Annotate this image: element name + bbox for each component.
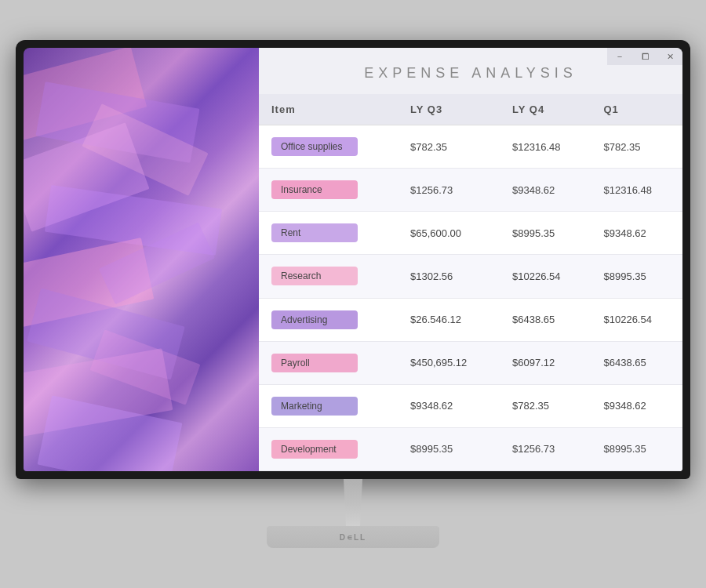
monitor-base: D∊LL xyxy=(267,526,439,548)
cell-lyq4: $9348.62 xyxy=(500,169,591,212)
cell-q1: $12316.48 xyxy=(591,169,682,212)
cell-lyq3: $65,600.00 xyxy=(398,212,500,255)
cell-q1: $8995.35 xyxy=(591,427,682,470)
col-header-item: Item xyxy=(259,94,398,125)
cell-item: Marketing xyxy=(259,384,398,427)
cell-q1: $8995.35 xyxy=(591,255,682,298)
cell-item: Payroll xyxy=(259,341,398,384)
item-label: Payroll xyxy=(271,354,358,372)
cell-q1: $10226.54 xyxy=(591,298,682,341)
monitor-bezel: − ⧠ ✕ xyxy=(24,48,682,471)
cell-q1: $782.35 xyxy=(591,125,682,169)
item-label: Insurance xyxy=(271,180,358,199)
cell-lyq4: $12316.48 xyxy=(500,125,591,169)
item-label: Advertising xyxy=(271,310,358,329)
cell-item: Development xyxy=(259,427,398,470)
cell-lyq4: $6438.65 xyxy=(500,298,591,341)
item-label: Research xyxy=(271,267,358,285)
cell-lyq4: $8995.35 xyxy=(500,212,591,255)
cell-lyq4: $1256.73 xyxy=(500,427,591,470)
table-row: Payroll$450,695.12$6097.12$6438.65 xyxy=(259,341,682,384)
monitor-wrapper: − ⧠ ✕ xyxy=(16,40,690,548)
col-header-lyq4: LY Q4 xyxy=(500,94,591,125)
cell-lyq4: $10226.54 xyxy=(500,255,591,298)
cell-q1: $9348.62 xyxy=(591,212,682,255)
monitor-neck xyxy=(329,479,377,526)
right-content: EXPENSE ANALYSIS Item LY Q3 LY Q4 Q1 xyxy=(259,48,682,471)
cell-lyq3: $26.546.12 xyxy=(398,298,500,341)
cell-item: Research xyxy=(259,255,398,298)
cell-lyq3: $1256.73 xyxy=(398,169,500,212)
table-row: Advertising$26.546.12$6438.65$10226.54 xyxy=(259,298,682,341)
cell-item: Advertising xyxy=(259,298,398,341)
cell-item: Insurance xyxy=(259,169,398,212)
table-row: Marketing$9348.62$782.35$9348.62 xyxy=(259,384,682,427)
decorative-background xyxy=(24,48,259,471)
item-label: Office supplies xyxy=(271,137,358,156)
cell-q1: $6438.65 xyxy=(591,341,682,384)
cell-lyq3: $9348.62 xyxy=(398,384,500,427)
cell-lyq3: $782.35 xyxy=(398,125,500,169)
item-label: Development xyxy=(271,440,358,459)
window-controls: − ⧠ ✕ xyxy=(607,48,682,65)
monitor-body: − ⧠ ✕ xyxy=(16,40,690,479)
table-row: Development$8995.35$1256.73$8995.35 xyxy=(259,427,682,470)
cell-lyq3: $1302.56 xyxy=(398,255,500,298)
cell-q1: $9348.62 xyxy=(591,384,682,427)
item-label: Rent xyxy=(271,223,358,242)
table-row: Office supplies$782.35$12316.48$782.35 xyxy=(259,125,682,169)
col-header-lyq3: LY Q3 xyxy=(398,94,500,125)
cell-lyq3: $450,695.12 xyxy=(398,341,500,384)
maximize-button[interactable]: ⧠ xyxy=(632,48,657,65)
item-label: Marketing xyxy=(271,397,358,416)
table-row: Research$1302.56$10226.54$8995.35 xyxy=(259,255,682,298)
close-button[interactable]: ✕ xyxy=(657,48,682,65)
table-row: Rent$65,600.00$8995.35$9348.62 xyxy=(259,212,682,255)
cell-lyq3: $8995.35 xyxy=(398,427,500,470)
cell-item: Rent xyxy=(259,212,398,255)
cell-lyq4: $6097.12 xyxy=(500,341,591,384)
table-row: Insurance$1256.73$9348.62$12316.48 xyxy=(259,169,682,212)
col-header-q1: Q1 xyxy=(591,94,682,125)
cell-lyq4: $782.35 xyxy=(500,384,591,427)
table-header-row: Item LY Q3 LY Q4 Q1 xyxy=(259,94,682,125)
expense-table: Item LY Q3 LY Q4 Q1 Office supplies$782.… xyxy=(259,94,682,471)
screen: − ⧠ ✕ xyxy=(24,48,682,471)
minimize-button[interactable]: − xyxy=(607,48,632,65)
brand-logo: D∊LL xyxy=(340,533,366,542)
cell-item: Office supplies xyxy=(259,125,398,169)
